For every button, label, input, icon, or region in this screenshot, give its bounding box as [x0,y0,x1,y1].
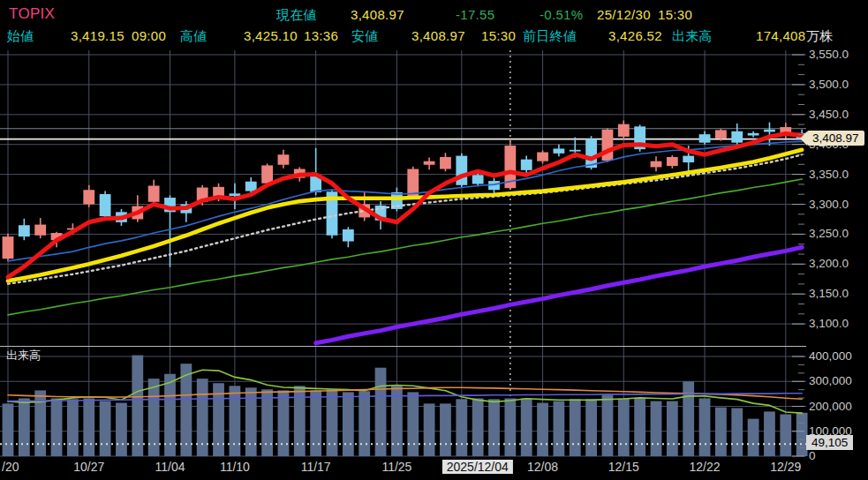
price-tick-label: 3,250.0 [809,227,849,240]
volume-bar [699,398,711,456]
candle-down [683,156,694,162]
candle-down [521,160,532,170]
volume-bar [424,403,435,456]
date-label: 12/22 [690,460,721,474]
volume-bar [440,403,451,456]
candle-up [602,130,614,161]
volume-bar [764,411,775,456]
candle-down [343,229,354,242]
volume-bar [3,403,14,456]
candle-up [83,190,94,204]
volume-bar [456,399,467,456]
volume-bar [488,399,500,456]
volume-bar [278,390,290,456]
candle-down [764,130,775,132]
volume-bar [731,408,743,456]
volume-bar [537,403,548,456]
volume-bar [359,391,370,456]
date-label: 11/25 [381,460,411,474]
volume-bar [715,408,727,456]
date-label-highlight: 2025/12/04 [442,460,513,474]
price-tick-label: 3,450.0 [809,108,849,121]
volume-bar [602,395,614,456]
volume-bar [132,356,143,456]
volume-bar [472,398,484,456]
date-label: /20 [2,460,19,474]
candle-up [261,165,273,183]
volume-marker-tag: 49,105 [806,435,853,450]
date-label: 12/15 [608,460,639,474]
volume-bar [504,398,516,456]
candle-up [148,185,160,201]
candle-up [618,124,630,137]
candle-up [3,236,14,259]
candle-down [731,131,743,143]
date-label: 12/29 [770,460,801,474]
candle-up [651,161,662,168]
candle-up [440,157,451,169]
candle-down [230,193,241,196]
volume-bar [748,419,759,456]
volume-bar [67,399,79,456]
price-tick-label: 3,500.0 [809,78,849,91]
candle-up [424,161,435,165]
ma200-purple [316,247,803,343]
volume-bar [51,398,63,456]
volume-bar [554,401,565,456]
volume-bar [570,399,581,456]
volume-bar [180,364,192,456]
candle-up [278,154,290,165]
price-tick-label: 3,200.0 [809,257,849,270]
volume-bar [83,398,94,456]
candle-down [456,156,467,185]
volume-bar [521,398,532,456]
volume-bar [618,398,630,456]
volume-bar [310,390,321,456]
date-label: 11/04 [155,460,185,474]
volume-tick-label: 400,000 [809,349,852,363]
volume-bar [116,403,127,456]
price-tick-label: 3,100.0 [809,317,849,330]
volume-bar [261,389,273,456]
candle-down [472,175,484,184]
date-label: 10/27 [73,460,104,474]
candle-down [19,225,30,236]
volume-tick-label: 200,000 [809,400,852,413]
candle-down [554,148,565,153]
price-tick-label: 3,350.0 [809,168,849,181]
chart-svg[interactable] [0,0,868,480]
volume-tick-label: 300,000 [809,374,852,387]
volume-bar [100,401,111,456]
volume-bar [651,401,662,456]
volume-bar [327,389,338,456]
candle-down [245,182,257,191]
candle-up [34,225,46,236]
volume-pane-label: 出来高 [6,348,41,364]
date-label: 12/08 [527,460,558,474]
volume-bar [230,386,241,456]
candle-up [407,169,419,196]
volume-bar [19,398,30,456]
volume-bar [585,399,597,456]
price-tick-label: 3,150.0 [809,287,849,300]
price-tick-label: 3,550.0 [809,48,849,61]
candle-down [748,133,759,136]
current-price-tag: 3,408.97 [807,131,864,146]
date-label: 11/10 [220,460,250,474]
candle-down [100,194,111,216]
candle-down [699,134,711,142]
volume-tick-label: 0 [809,449,816,462]
volume-bar [634,398,645,456]
volume-bar [667,401,678,456]
price-tick-label: 3,300.0 [809,198,849,211]
chart-canvas[interactable]: 3,550.03,500.03,450.03,400.03,350.03,300… [0,0,868,480]
volume-bar [407,392,419,456]
candle-up [715,130,727,138]
stock-chart-app: TOPIX 現在値 3,408.97 -17.55 -0.51% 25/12/3… [0,0,868,480]
volume-bar [343,392,354,456]
date-label: 11/17 [301,460,331,474]
candle-down [570,150,581,152]
candle-up [537,153,548,161]
volume-bar [780,415,791,456]
volume-bar [294,386,306,456]
